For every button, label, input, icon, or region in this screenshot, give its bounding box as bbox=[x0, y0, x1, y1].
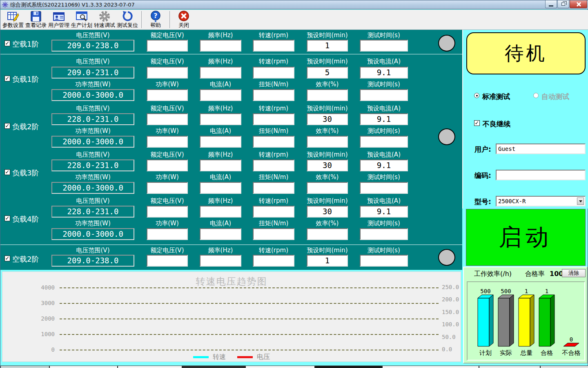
value-input[interactable]: 30 bbox=[307, 206, 348, 218]
value-input[interactable]: 1 bbox=[307, 255, 348, 267]
production-bar-chart: 500计划500实际1总量1合格0不合格 bbox=[467, 281, 585, 361]
value-input[interactable] bbox=[200, 89, 241, 101]
field-label: 扭矩(N/m) bbox=[243, 81, 305, 88]
stage-name: 负载4阶 bbox=[12, 214, 39, 224]
value-input[interactable] bbox=[253, 89, 294, 101]
value-input[interactable] bbox=[360, 228, 408, 240]
left-axis-tick: 0 bbox=[18, 346, 55, 353]
value-input[interactable] bbox=[253, 228, 294, 240]
value-input[interactable] bbox=[200, 182, 241, 194]
field-label: 测试时间(s) bbox=[350, 173, 418, 181]
stage-enable-checkbox[interactable]: ✓ bbox=[4, 40, 10, 46]
value-input[interactable] bbox=[147, 113, 188, 125]
value-input[interactable] bbox=[147, 182, 188, 194]
row-separator bbox=[0, 54, 462, 54]
start-button[interactable]: 启动 bbox=[466, 209, 586, 266]
field-label: 效率(%) bbox=[296, 173, 358, 181]
value-input[interactable] bbox=[253, 206, 294, 218]
status-strip bbox=[0, 366, 588, 368]
value-input[interactable] bbox=[253, 40, 294, 52]
stage-enable-checkbox[interactable]: ✓ bbox=[4, 215, 10, 221]
toolbar-button-speed-debug[interactable]: 转速调试 bbox=[93, 10, 116, 29]
value-input[interactable]: 1 bbox=[307, 40, 348, 52]
user-input[interactable]: Guest bbox=[496, 144, 586, 154]
toolbar-button-view-records[interactable]: 查看记录 bbox=[24, 10, 47, 29]
value-input[interactable] bbox=[307, 182, 348, 194]
value-input[interactable] bbox=[307, 89, 348, 101]
value-input[interactable] bbox=[253, 136, 294, 148]
field-label: 电压范围(V) bbox=[41, 105, 145, 112]
value-input[interactable] bbox=[200, 113, 241, 125]
value-input[interactable] bbox=[200, 159, 241, 171]
code-input[interactable] bbox=[496, 170, 586, 180]
minimize-button[interactable] bbox=[545, 0, 557, 8]
value-input[interactable] bbox=[147, 67, 188, 79]
value-input[interactable] bbox=[253, 255, 294, 267]
value-input[interactable] bbox=[360, 136, 408, 148]
toolbar-button-parameter-settings[interactable]: 参数设置 bbox=[2, 10, 24, 29]
toolbar-button-production-plan[interactable]: 生产计划 bbox=[70, 10, 93, 29]
toolbar-button-test-reset[interactable]: 测试复位 bbox=[116, 10, 139, 29]
field-label: 效率(%) bbox=[296, 81, 358, 88]
value-input[interactable] bbox=[147, 228, 188, 240]
toolbar-button-help[interactable]: ? 帮助 bbox=[144, 10, 167, 29]
chevron-down-icon[interactable] bbox=[577, 197, 584, 205]
bar-value-label: 500 bbox=[480, 288, 490, 294]
value-input[interactable] bbox=[147, 159, 188, 171]
value-input[interactable]: 9.1 bbox=[360, 113, 408, 125]
value-input[interactable] bbox=[360, 40, 408, 52]
radio-dot bbox=[476, 95, 478, 96]
radio-auto-test[interactable] bbox=[533, 93, 539, 98]
value-input[interactable]: 9.1 bbox=[360, 206, 408, 218]
value-input[interactable]: 30 bbox=[307, 159, 348, 171]
value-input[interactable] bbox=[360, 89, 408, 101]
restore-button[interactable] bbox=[557, 0, 569, 8]
value-input[interactable]: 9.1 bbox=[360, 67, 408, 79]
value-input[interactable]: 30 bbox=[307, 113, 348, 125]
model-select[interactable]: 2500CX-R bbox=[496, 196, 586, 206]
value-input[interactable] bbox=[200, 67, 241, 79]
value-input[interactable] bbox=[200, 40, 241, 52]
value-input[interactable]: 9.1 bbox=[360, 159, 408, 171]
value-input[interactable] bbox=[307, 136, 348, 148]
value-input[interactable] bbox=[360, 182, 408, 194]
continue-on-fail-checkbox[interactable]: ✓ bbox=[474, 120, 480, 126]
toolbar-button-user-management[interactable]: 用户管理 bbox=[47, 10, 70, 29]
toolbar: 参数设置 查看记录 用户管理 bbox=[0, 10, 588, 30]
radio-standard-test-label: 标准测试 bbox=[482, 92, 510, 101]
value-input[interactable] bbox=[253, 113, 294, 125]
clear-button[interactable]: 清除 bbox=[562, 269, 586, 277]
value-input[interactable] bbox=[253, 67, 294, 79]
legend-label: 电压 bbox=[257, 353, 270, 361]
value-input[interactable] bbox=[147, 89, 188, 101]
range-display: 228.0-231.0 bbox=[51, 113, 134, 125]
value-input[interactable] bbox=[147, 255, 188, 267]
field-label: 转速(rpm) bbox=[243, 58, 305, 65]
plan-window-icon bbox=[76, 10, 88, 22]
value-input[interactable] bbox=[200, 228, 241, 240]
close-red-icon bbox=[178, 10, 190, 22]
field-label: 预设时间(min) bbox=[296, 58, 358, 65]
toolbar-label: 转速调试 bbox=[94, 22, 115, 28]
field-label: 功率范围(W) bbox=[41, 127, 145, 135]
stage-enable-checkbox[interactable]: ✓ bbox=[4, 123, 10, 129]
stage-enable-checkbox[interactable]: ✓ bbox=[4, 256, 10, 261]
value-input[interactable]: 5 bbox=[307, 67, 348, 79]
value-input[interactable] bbox=[147, 40, 188, 52]
value-input[interactable] bbox=[253, 182, 294, 194]
value-input[interactable] bbox=[253, 159, 294, 171]
toolbar-button-close-app[interactable]: 关闭 bbox=[172, 10, 195, 29]
radio-standard-test[interactable] bbox=[474, 93, 479, 98]
value-input[interactable] bbox=[360, 255, 408, 267]
value-input[interactable] bbox=[200, 206, 241, 218]
value-input[interactable] bbox=[147, 136, 188, 148]
value-input[interactable] bbox=[147, 206, 188, 218]
legend-line-swatch bbox=[193, 356, 209, 358]
value-input[interactable] bbox=[307, 228, 348, 240]
value-input[interactable] bbox=[200, 136, 241, 148]
stats-panel: 工作效率(/h) 合格率 100% 清除 500计划500实际1总量1合格0不合… bbox=[463, 267, 588, 364]
close-button[interactable] bbox=[570, 0, 587, 8]
stage-enable-checkbox[interactable]: ✓ bbox=[4, 76, 10, 81]
stage-enable-checkbox[interactable]: ✓ bbox=[4, 169, 10, 175]
value-input[interactable] bbox=[200, 255, 241, 267]
